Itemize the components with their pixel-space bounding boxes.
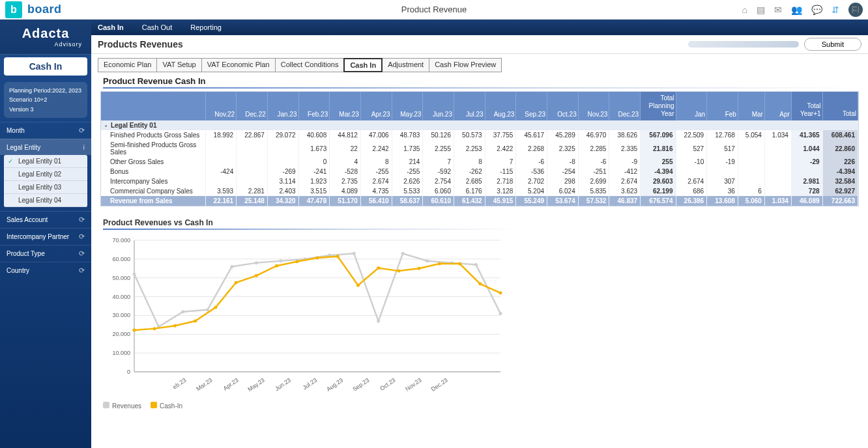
filter-country[interactable]: Country⟳ — [0, 262, 91, 279]
legal-entity-options: Legal Entity 01 Legal Entity 02 Legal En… — [4, 155, 87, 207]
svg-point-50 — [458, 262, 461, 266]
refresh-icon[interactable]: ⟳ — [79, 232, 85, 241]
progress-bar — [688, 41, 799, 48]
sidebar-brand: Adacta Advisory — [0, 20, 91, 55]
svg-point-45 — [356, 284, 360, 287]
tab-cash-in[interactable]: Cash In — [343, 58, 383, 72]
legal-entity-option[interactable]: Legal Entity 02 — [4, 168, 87, 181]
svg-text:Jul.23: Jul.23 — [302, 376, 318, 391]
filter-label: Intercompany Partner — [7, 233, 69, 240]
filter-product-type[interactable]: Product Type⟳ — [0, 245, 91, 262]
svg-text:Sep.23: Sep.23 — [351, 376, 370, 393]
svg-text:70.000: 70.000 — [112, 237, 130, 244]
main-nav: Cash In Cash Out Reporting — [0, 20, 868, 35]
legal-entity-option[interactable]: Legal Entity 03 — [4, 181, 87, 194]
svg-text:20.000: 20.000 — [112, 331, 130, 337]
svg-text:Aug.23: Aug.23 — [325, 376, 344, 393]
filter-label: Country — [7, 267, 29, 274]
filter-label: Legal Entity — [7, 144, 40, 151]
legal-entity-option[interactable]: Legal Entity 01 — [4, 155, 87, 168]
filter-intercompany[interactable]: Intercompany Partner⟳ — [0, 228, 91, 245]
filter-sales-account[interactable]: Sales Account⟳ — [0, 211, 91, 228]
svg-point-21 — [206, 308, 209, 311]
mail-icon[interactable]: ✉ — [774, 5, 782, 15]
tab-adjustment[interactable]: Adjustment — [382, 58, 429, 72]
tab-cash-flow-preview[interactable]: Cash Flow Preview — [429, 58, 502, 72]
header-row: Products Revenues Submit — [91, 35, 868, 54]
revenue-table: Nov.22Dec.22Jan.23Feb.23Mar.23Apr.23May.… — [100, 91, 859, 206]
layout-icon[interactable]: ▤ — [757, 5, 765, 15]
tabs: Economic PlanVAT SetupVAT Economic PlanC… — [91, 54, 868, 74]
sidebar-section: Cash In — [4, 57, 87, 76]
svg-point-23 — [255, 261, 258, 264]
page-title: Products Revenues — [98, 39, 183, 49]
tab-economic-plan[interactable]: Economic Plan — [98, 58, 157, 72]
svg-text:Apr.23: Apr.23 — [222, 376, 240, 391]
svg-text:Mar.23: Mar.23 — [195, 376, 213, 392]
svg-text:May.23: May.23 — [246, 376, 265, 393]
svg-point-36 — [173, 324, 177, 328]
planning-version: Version 3 — [9, 105, 82, 114]
svg-point-37 — [194, 320, 197, 323]
home-icon[interactable]: ⌂ — [742, 5, 747, 15]
filter-month[interactable]: Month⟳ — [0, 122, 91, 139]
svg-point-20 — [181, 310, 184, 313]
table-title: Product Revenue Cash In — [91, 74, 868, 87]
svg-point-33 — [499, 312, 502, 315]
submit-area: Submit — [688, 38, 861, 51]
tab-collect-conditions[interactable]: Collect Conditions — [275, 58, 345, 72]
svg-point-22 — [230, 265, 233, 268]
refresh-icon[interactable]: ⟳ — [79, 126, 85, 135]
svg-point-43 — [316, 257, 319, 260]
nav-reporting[interactable]: Reporting — [190, 23, 222, 31]
svg-text:Oct.23: Oct.23 — [379, 376, 396, 391]
chart-area: Product Revenues vs Cash In 010.00020.00… — [103, 218, 856, 410]
app-logo-icon: b — [5, 1, 22, 18]
revenue-chart: 010.00020.00030.00040.00050.00060.00070.… — [103, 235, 507, 398]
svg-point-34 — [133, 329, 136, 332]
refresh-icon[interactable]: ⟳ — [79, 266, 85, 275]
main-content: Products Revenues Submit Economic PlanVA… — [91, 35, 868, 448]
filter-label: Sales Account — [7, 216, 48, 223]
svg-point-30 — [426, 259, 429, 262]
legal-entity-option[interactable]: Legal Entity 04 — [4, 194, 87, 207]
svg-point-44 — [336, 255, 340, 258]
svg-point-42 — [295, 260, 298, 263]
svg-text:Dec.23: Dec.23 — [430, 376, 449, 393]
filter-legal-entity[interactable]: Legal Entityi — [0, 139, 91, 155]
filter-label: Product Type — [7, 250, 45, 257]
svg-text:0: 0 — [127, 369, 130, 375]
svg-point-27 — [353, 252, 356, 255]
tab-vat-setup[interactable]: VAT Setup — [156, 58, 201, 72]
planning-period-label: Planning Period: — [9, 87, 52, 94]
svg-text:30.000: 30.000 — [112, 312, 130, 318]
svg-point-39 — [235, 281, 238, 284]
svg-point-38 — [214, 305, 217, 309]
svg-text:50.000: 50.000 — [112, 275, 130, 281]
svg-point-24 — [279, 259, 282, 262]
planning-box: Planning Period:2022, 2023 Scenario 10+2… — [4, 82, 87, 118]
signal-icon[interactable]: ⇵ — [832, 5, 839, 15]
svg-text:eb.23: eb.23 — [171, 376, 187, 390]
tab-vat-economic-plan[interactable]: VAT Economic Plan — [201, 58, 276, 72]
legend-item: Revenues — [103, 402, 141, 410]
chart-title: Product Revenues vs Cash In — [103, 218, 856, 227]
svg-point-49 — [438, 262, 441, 265]
refresh-icon[interactable]: ⟳ — [79, 216, 85, 224]
users-icon[interactable]: 👥 — [791, 5, 802, 15]
nav-cash-out[interactable]: Cash Out — [142, 23, 172, 31]
nav-cash-in[interactable]: Cash In — [98, 23, 124, 31]
chart-legend: Revenues Cash-In — [103, 402, 856, 410]
submit-button[interactable]: Submit — [804, 38, 861, 51]
svg-point-29 — [401, 252, 405, 255]
info-icon[interactable]: i — [83, 143, 85, 151]
svg-point-48 — [418, 267, 421, 270]
chat-icon[interactable]: 💬 — [811, 5, 822, 15]
avatar[interactable]: FI — [848, 3, 863, 17]
svg-point-35 — [153, 327, 156, 330]
svg-text:Jun.23: Jun.23 — [274, 376, 292, 392]
divider — [103, 229, 520, 230]
svg-point-28 — [377, 320, 380, 323]
planning-period-value: 2022, 2023 — [52, 87, 81, 94]
refresh-icon[interactable]: ⟳ — [79, 249, 85, 258]
